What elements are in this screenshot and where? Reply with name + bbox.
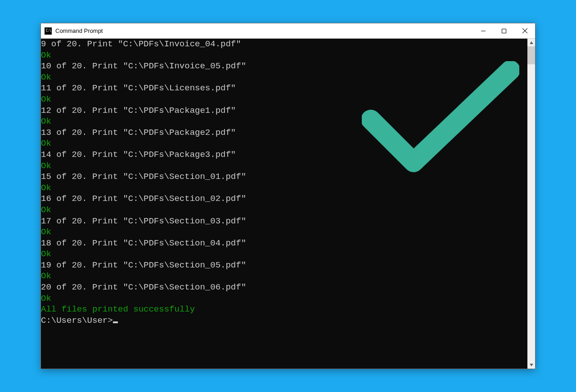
status-ok-line: Ok bbox=[41, 227, 527, 238]
output-line: 13 of 20. Print "C:\PDFs\Package2.pdf" bbox=[41, 127, 527, 138]
scroll-thumb[interactable] bbox=[527, 46, 535, 64]
status-ok-line: Ok bbox=[41, 116, 527, 127]
output-line: 11 of 20. Print "C:\PDFs\Licenses.pdf" bbox=[41, 83, 527, 94]
output-line: 20 of 20. Print "C:\PDFs\Section_06.pdf" bbox=[41, 282, 527, 293]
status-ok-line: Ok bbox=[41, 94, 527, 105]
output-line: 18 of 20. Print "C:\PDFs\Section_04.pdf" bbox=[41, 238, 527, 249]
status-ok-line: Ok bbox=[41, 50, 527, 61]
status-ok-line: Ok bbox=[41, 271, 527, 282]
maximize-button[interactable] bbox=[494, 23, 514, 38]
prompt-line[interactable]: C:\Users\User> bbox=[41, 315, 527, 326]
output-line: 15 of 20. Print "C:\PDFs\Section_01.pdf" bbox=[41, 171, 527, 183]
scroll-track[interactable] bbox=[527, 46, 535, 361]
output-line: 16 of 20. Print "C:\PDFs\Section_02.pdf" bbox=[41, 193, 527, 205]
status-ok-line: Ok bbox=[41, 249, 527, 260]
scroll-down-arrow[interactable] bbox=[527, 361, 535, 369]
status-ok-line: Ok bbox=[41, 205, 527, 216]
status-ok-line: Ok bbox=[41, 138, 527, 149]
terminal-area: 9 of 20. Print "C:\PDFs\Invoice_04.pdf"O… bbox=[41, 39, 535, 369]
status-ok-line: Ok bbox=[41, 72, 527, 83]
scroll-up-arrow[interactable] bbox=[527, 39, 535, 46]
cursor bbox=[113, 321, 118, 323]
terminal-output[interactable]: 9 of 20. Print "C:\PDFs\Invoice_04.pdf"O… bbox=[41, 39, 527, 369]
titlebar[interactable]: C:\ Command Prompt bbox=[41, 23, 535, 39]
close-button[interactable] bbox=[514, 23, 535, 38]
status-ok-line: Ok bbox=[41, 183, 527, 194]
status-ok-line: Ok bbox=[41, 160, 527, 172]
output-line: 9 of 20. Print "C:\PDFs\Invoice_04.pdf" bbox=[41, 39, 527, 50]
output-line: 10 of 20. Print "C:\PDFs\Invoice_05.pdf" bbox=[41, 61, 527, 72]
window-title: Command Prompt bbox=[55, 27, 473, 34]
output-line: 14 of 20. Print "C:\PDFs\Package3.pdf" bbox=[41, 149, 527, 160]
svg-rect-1 bbox=[502, 29, 506, 33]
minimize-button[interactable] bbox=[473, 23, 494, 38]
success-message: All files printed successfully bbox=[41, 304, 527, 315]
status-ok-line: Ok bbox=[41, 293, 527, 304]
window-controls bbox=[473, 23, 535, 38]
output-line: 12 of 20. Print "C:\PDFs\Package1.pdf" bbox=[41, 105, 527, 116]
command-prompt-window: C:\ Command Prompt 9 of 20. Print "C:\PD… bbox=[40, 23, 536, 369]
output-line: 19 of 20. Print "C:\PDFs\Section_05.pdf" bbox=[41, 260, 527, 271]
output-line: 17 of 20. Print "C:\PDFs\Section_03.pdf" bbox=[41, 216, 527, 227]
cmd-icon: C:\ bbox=[45, 27, 52, 35]
svg-marker-5 bbox=[530, 364, 533, 366]
svg-marker-4 bbox=[530, 41, 533, 44]
vertical-scrollbar[interactable] bbox=[527, 39, 535, 369]
